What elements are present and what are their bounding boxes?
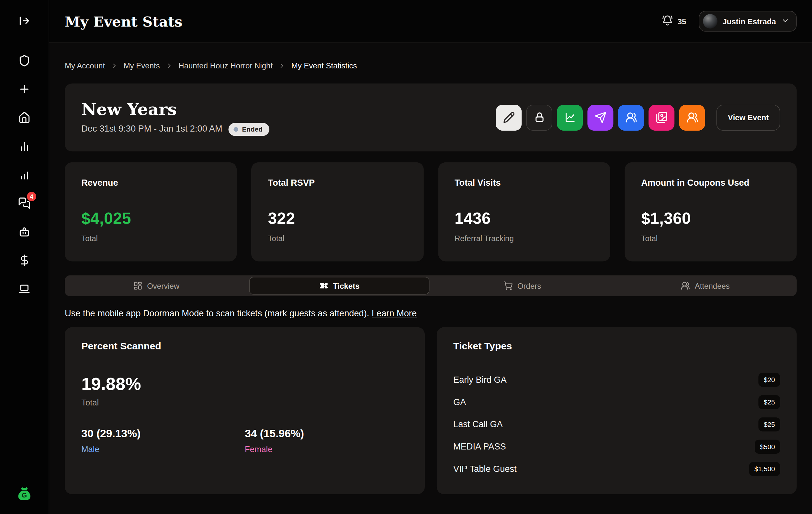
gender-group: 34 (15.96%)Female <box>245 427 408 454</box>
home-icon <box>18 111 30 124</box>
laptop-icon <box>18 282 30 295</box>
group-label: Male <box>81 445 245 454</box>
tab-label: Overview <box>147 281 179 290</box>
group-value: 34 (15.96%) <box>245 427 408 439</box>
notifications-button[interactable]: 35 <box>662 15 686 27</box>
bell-icon <box>662 15 673 27</box>
price-badge: $25 <box>759 417 780 431</box>
status-dot-icon <box>234 127 238 131</box>
ticket-name: GA <box>453 397 466 407</box>
price-badge: $20 <box>759 373 780 387</box>
users-icon <box>681 281 690 290</box>
ticket-name: Last Call GA <box>453 420 503 430</box>
stat-label: Total <box>268 234 407 243</box>
sidebar-item-dollar[interactable] <box>18 254 30 266</box>
svg-text:G: G <box>22 492 27 499</box>
users-icon <box>686 111 698 124</box>
sidebar-item-bot[interactable] <box>18 225 30 238</box>
panel-title: Ticket Types <box>453 341 780 352</box>
chevron-right-icon <box>279 62 286 69</box>
cart-icon <box>503 281 513 290</box>
logout-icon[interactable] <box>18 15 30 27</box>
stat-card: Total Visits1436Referral Tracking <box>438 162 610 262</box>
images-icon <box>656 111 668 124</box>
gender-breakdown: 30 (29.13%)Male34 (15.96%)Female <box>81 427 408 454</box>
sidebar-item-chat[interactable]: 4 <box>18 197 30 209</box>
attendees-button[interactable] <box>618 104 644 130</box>
breadcrumb-item[interactable]: My Events <box>124 61 160 70</box>
chevron-down-icon <box>781 16 790 26</box>
tab-tickets[interactable]: Tickets <box>249 277 429 294</box>
sidebar-item-laptop[interactable] <box>18 282 30 295</box>
status-badge: Ended <box>229 123 269 135</box>
ticket-types-panel: Ticket Types Early Bird GA$20GA$25Last C… <box>437 327 797 494</box>
content: My AccountMy EventsHaunted Houz Horror N… <box>49 43 812 514</box>
user-menu-button[interactable]: Justin Estrada <box>699 11 797 32</box>
user-name: Justin Estrada <box>722 17 776 26</box>
gallery-button[interactable] <box>648 104 674 130</box>
chart-line-icon <box>564 111 576 124</box>
pencil-icon <box>503 111 515 124</box>
gender-group: 30 (29.13%)Male <box>81 427 245 454</box>
breadcrumb-item[interactable]: Haunted Houz Horror Night <box>178 61 272 70</box>
chevron-right-icon <box>111 62 118 69</box>
tab-attendees[interactable]: Attendees <box>614 275 797 296</box>
learn-more-link[interactable]: Learn More <box>372 308 417 318</box>
view-event-button[interactable]: View Event <box>717 104 780 130</box>
stat-title: Revenue <box>81 178 220 188</box>
sidebar-item-home[interactable] <box>18 111 30 124</box>
percent-scanned-panel: Percent Scanned 19.88% Total 30 (29.13%)… <box>65 327 425 494</box>
ticket-type-list: Early Bird GA$20GA$25Last Call GA$25MEDI… <box>453 369 780 480</box>
ticket-name: Early Bird GA <box>453 375 507 385</box>
doorman-note: Use the mobile app Doorman Mode to scan … <box>65 308 797 319</box>
ticket-name: MEDIA PASS <box>453 441 506 452</box>
guests-button[interactable] <box>679 104 705 130</box>
lock-button[interactable] <box>526 104 552 130</box>
price-badge: $25 <box>759 395 780 409</box>
shield-icon <box>18 54 30 67</box>
sidebar-item-bar-chart[interactable] <box>18 140 30 152</box>
analytics-button[interactable] <box>557 104 583 130</box>
breadcrumb: My AccountMy EventsHaunted Houz Horror N… <box>65 61 797 70</box>
stat-label: Total <box>641 234 780 243</box>
price-badge: $500 <box>755 440 780 454</box>
sidebar-item-shield[interactable] <box>18 54 30 67</box>
breadcrumb-item[interactable]: My Account <box>65 61 105 70</box>
sidebar-footer: G <box>16 486 33 502</box>
bot-icon <box>18 225 30 238</box>
tab-label: Orders <box>517 281 541 290</box>
tab-label: Attendees <box>695 281 730 290</box>
stat-title: Total Visits <box>455 178 593 188</box>
avatar <box>703 14 718 29</box>
doorman-text: Use the mobile app Doorman Mode to scan … <box>65 308 369 318</box>
tab-overview[interactable]: Overview <box>65 275 248 296</box>
sidebar-item-plus[interactable] <box>18 83 30 95</box>
tab-orders[interactable]: Orders <box>431 275 613 296</box>
breadcrumb-item: My Event Statistics <box>291 61 357 70</box>
edit-button[interactable] <box>496 104 522 130</box>
percent-scanned-value: 19.88% <box>81 374 408 394</box>
stat-value: $1,360 <box>641 209 780 228</box>
page-title: My Event Stats <box>65 13 182 29</box>
price-badge: $1,500 <box>749 462 780 476</box>
stat-card: Revenue$4,025Total <box>65 162 237 262</box>
event-dates: Dec 31st 9:30 PM - Jan 1st 2:00 AM <box>81 124 222 134</box>
send-button[interactable] <box>588 104 613 130</box>
event-name: New Years <box>81 99 269 119</box>
tab-label: Tickets <box>333 281 359 290</box>
event-card: New Years Dec 31st 9:30 PM - Jan 1st 2:0… <box>65 84 797 152</box>
ticket-type-row: VIP Table Guest$1,500 <box>453 458 780 480</box>
group-label: Female <box>245 445 408 454</box>
stat-value: 1436 <box>455 209 593 228</box>
dollar-icon <box>18 254 30 266</box>
sidebar: 4 G <box>0 0 49 514</box>
main-column: My Event Stats 35 Justin Estrada My Acco… <box>49 0 812 514</box>
money-bag-icon[interactable]: G <box>16 486 33 502</box>
sidebar-nav: 4 <box>18 54 30 295</box>
chevron-right-icon <box>166 62 173 69</box>
sidebar-item-bar-chart-alt[interactable] <box>18 168 30 181</box>
send-icon <box>594 111 606 124</box>
stat-label: Referral Tracking <box>455 234 593 243</box>
header-right: 35 Justin Estrada <box>662 11 797 32</box>
stat-title: Total RSVP <box>268 178 407 188</box>
